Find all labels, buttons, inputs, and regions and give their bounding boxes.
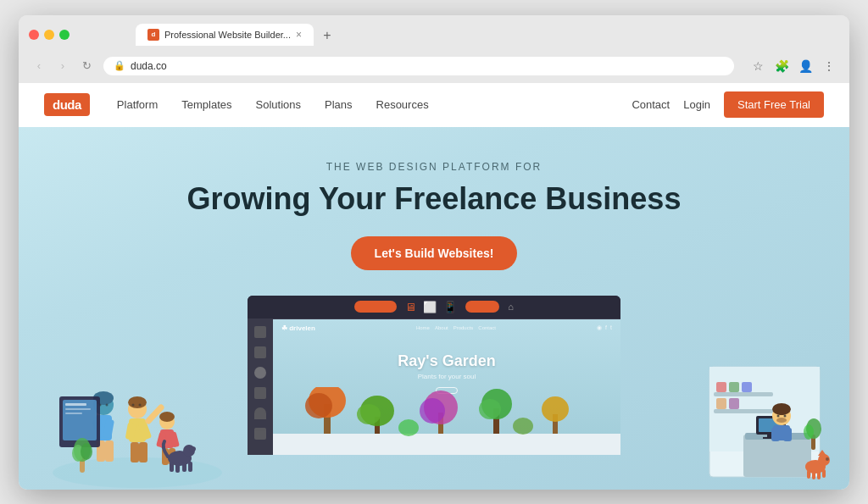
svg-point-42	[81, 443, 92, 460]
shopping-icon[interactable]	[254, 428, 266, 440]
nav-links: Platform Templates Solutions Plans Resou…	[107, 93, 632, 116]
people-illustration-svg	[36, 350, 239, 490]
nav-platform[interactable]: Platform	[107, 93, 168, 116]
canvas-home-link[interactable]: Home	[416, 325, 430, 330]
tab-favicon: d	[147, 29, 159, 41]
hero-section: THE WEB DESIGN PLATFORM FOR Growing Your…	[19, 127, 849, 490]
facebook-icon: f	[605, 324, 607, 331]
svg-line-14	[148, 407, 161, 421]
tablet-icon[interactable]: ⬜	[423, 301, 437, 313]
device-icons: 🖥 ⬜ 📱	[405, 301, 457, 313]
instagram-icon: ◉	[597, 324, 602, 331]
svg-point-77	[826, 457, 829, 461]
svg-rect-46	[714, 392, 773, 396]
nav-templates[interactable]: Templates	[171, 93, 242, 116]
home-icon[interactable]: ⌂	[508, 302, 514, 312]
site-logo[interactable]: duda	[44, 93, 90, 116]
user-icon[interactable]	[254, 407, 266, 419]
svg-rect-48	[716, 382, 726, 392]
svg-rect-49	[729, 382, 739, 392]
new-tab-button[interactable]: +	[317, 25, 337, 46]
back-button[interactable]: ‹	[29, 56, 49, 76]
svg-rect-78	[273, 434, 620, 455]
extensions-icon[interactable]: 🧩	[771, 56, 792, 76]
nav-login[interactable]: Login	[683, 98, 710, 111]
svg-rect-75	[817, 471, 821, 479]
hero-cta-button[interactable]: Let's Build Websites!	[351, 236, 518, 270]
left-illustration	[36, 350, 239, 490]
minimize-button[interactable]	[44, 30, 54, 40]
svg-rect-33	[188, 462, 192, 472]
svg-rect-73	[807, 470, 810, 479]
builder-sidebar	[248, 319, 273, 455]
tab-close-button[interactable]: ×	[296, 29, 302, 41]
site-navigation: duda Platform Templates Solutions Plans …	[19, 83, 849, 127]
right-illustration	[693, 350, 837, 490]
svg-point-87	[420, 398, 445, 424]
toolbar-red-pill	[354, 301, 397, 313]
svg-point-81	[305, 393, 332, 418]
svg-rect-76	[822, 469, 826, 478]
svg-rect-47	[714, 409, 773, 413]
svg-point-64	[777, 410, 786, 415]
svg-rect-32	[182, 462, 186, 472]
svg-rect-50	[742, 382, 752, 392]
svg-point-93	[398, 419, 419, 436]
title-bar: d Professional Website Builder... × +	[19, 15, 849, 51]
refresh-button[interactable]: ↻	[76, 56, 97, 76]
plus-icon[interactable]	[254, 367, 266, 379]
svg-rect-74	[812, 471, 815, 479]
svg-rect-16	[139, 442, 147, 462]
close-button[interactable]	[29, 30, 39, 40]
svg-point-94	[513, 418, 533, 435]
widget-icon[interactable]	[254, 387, 266, 399]
bookmark-icon[interactable]: ☆	[748, 56, 768, 76]
twitter-icon: t	[610, 324, 612, 331]
lock-icon: 🔒	[114, 60, 125, 71]
canvas-plants-svg	[273, 387, 620, 455]
hero-subtitle: THE WEB DESIGN PLATFORM FOR	[326, 161, 542, 173]
layers-icon[interactable]	[254, 346, 266, 358]
svg-point-70	[804, 424, 814, 440]
window-controls	[29, 30, 70, 40]
toolbar-right-pill	[465, 301, 499, 313]
nav-buttons: ‹ › ↻	[29, 56, 97, 76]
active-tab[interactable]: d Professional Website Builder... ×	[136, 24, 314, 46]
svg-point-18	[132, 403, 135, 406]
nav-right: Contact Login Start Free Trial	[632, 91, 824, 118]
mobile-icon[interactable]: 📱	[443, 301, 457, 313]
desktop-icon[interactable]: 🖥	[405, 301, 416, 313]
canvas-about-link[interactable]: About	[435, 325, 448, 330]
builder-content: ☘ drivelen Home About Products Contact ◉…	[248, 319, 620, 455]
url-bar[interactable]: 🔒 duda.co	[103, 57, 734, 75]
hero-title: Growing Your Freelance Business	[187, 181, 682, 216]
canvas-products-link[interactable]: Products	[453, 325, 474, 330]
svg-point-66	[777, 414, 780, 417]
svg-rect-61	[771, 428, 780, 441]
pencil-icon[interactable]	[254, 326, 266, 338]
builder-toolbar: 🖥 ⬜ 📱 ⌂	[248, 296, 620, 319]
maximize-button[interactable]	[59, 30, 70, 40]
nav-solutions[interactable]: Solutions	[246, 93, 311, 116]
tab-bar: d Professional Website Builder... × +	[85, 24, 839, 46]
svg-rect-6	[105, 440, 114, 462]
svg-point-65	[776, 418, 787, 423]
more-icon[interactable]: ⋮	[819, 56, 839, 76]
svg-rect-52	[729, 398, 739, 409]
browser-window: d Professional Website Builder... × + ‹ …	[19, 15, 849, 490]
nav-contact[interactable]: Contact	[632, 98, 670, 111]
svg-point-29	[189, 446, 196, 451]
svg-rect-31	[175, 462, 180, 473]
start-free-trial-button[interactable]: Start Free Trial	[724, 91, 824, 118]
svg-point-19	[139, 403, 142, 406]
nav-plans[interactable]: Plans	[314, 93, 363, 116]
svg-rect-35	[63, 400, 97, 440]
tab-title: Professional Website Builder...	[164, 30, 291, 40]
address-bar: ‹ › ↻ 🔒 duda.co ☆ 🧩 👤 ⋮	[19, 51, 849, 83]
nav-resources[interactable]: Resources	[366, 93, 439, 116]
profile-icon[interactable]: 👤	[795, 56, 815, 76]
canvas-contact-link[interactable]: Contact	[478, 325, 496, 330]
canvas-social: ◉ f t	[597, 324, 612, 331]
forward-button[interactable]: ›	[53, 56, 73, 76]
svg-rect-15	[131, 442, 139, 462]
